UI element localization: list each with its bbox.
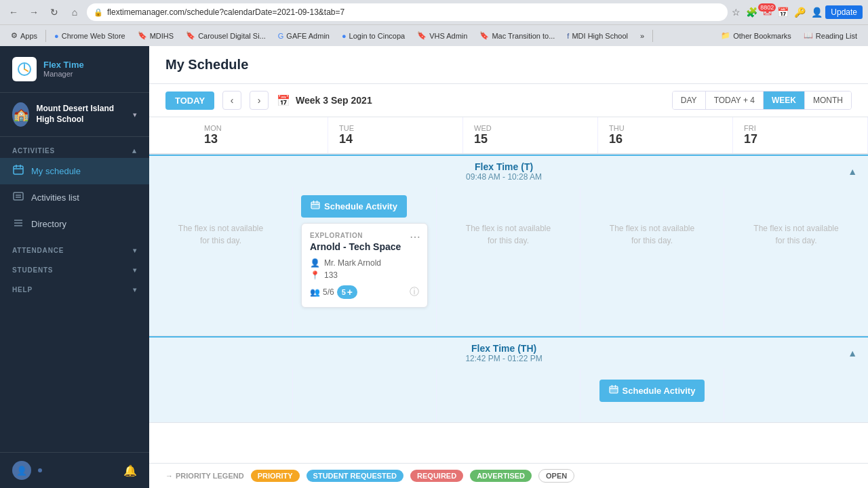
view-day-button[interactable]: DAY [673,92,706,109]
home-button[interactable]: ⌂ [66,4,83,20]
bookmark-otherbookmarks-label: Other Bookmarks [733,32,791,40]
bookmark-mdihs-label: MDIHS [150,32,174,40]
bookmark-readinglist[interactable]: 📖 Reading List [798,29,863,42]
flex-time-t-title: Flex Time (T) [160,161,848,172]
bookmarks-bar: ⚙ Apps ● Chrome Web Store 🔖 MDIHS 🔖 Caro… [0,24,868,46]
view-month-button[interactable]: MONTH [805,92,851,109]
refresh-button[interactable]: ↻ [46,4,62,20]
schedule-activity-button-thu[interactable]: Schedule Activity [599,380,705,402]
flex-t-fri-cell: The flex is not availablefor this day. [724,187,868,336]
bookmark-cincopa-label: Login to Cincopa [349,32,406,40]
bookmark-separator-1 [45,30,46,42]
info-icon[interactable]: ⓘ [410,286,419,298]
back-button[interactable]: ← [5,4,22,20]
browser-actions: ☆ 🧩 ✉ 8802 📅 🔑 👤 Update [732,5,863,19]
bookmark-vhs[interactable]: 🔖 VHS Admin [412,29,473,42]
priority-legend: → PRIORITY LEGEND PRIORITY STUDENT REQUE… [149,463,868,488]
flex-time-th-header[interactable]: Flex Time (TH) 12:42 PM - 01:22 PM ▲ [149,338,868,369]
svg-rect-7 [14,192,23,200]
sidebar-item-my-schedule[interactable]: My schedule [0,158,149,184]
bookmark-gafe[interactable]: G GAFE Admin [273,30,335,42]
gafe-icon: G [278,32,284,40]
flextime-logo-svg [17,62,32,77]
more-icon: » [640,32,644,40]
sidebar-item-directory[interactable]: Directory [0,211,149,237]
user-info: Mount Desert Island High School [36,104,126,125]
attendance-section[interactable]: ATTENDANCE ▾ [0,237,149,257]
flex-t-wed-cell: The flex is not availablefor this day. [437,187,580,336]
bookmark-carousel-label: Carousel Digital Si... [198,32,266,40]
bookmark-gafe-label: GAFE Admin [286,32,330,40]
students-section[interactable]: STUDENTS ▾ [0,257,149,277]
flex-time-th-block: Flex Time (TH) 12:42 PM - 01:22 PM ▲ [149,336,868,423]
day-header-tue: TUE 14 [328,117,463,153]
card-more-button[interactable]: ⋯ [410,230,420,243]
bookmark-carousel[interactable]: 🔖 Carousel Digital Si... [180,29,271,42]
bookmark-vhs-label: VHS Admin [429,32,467,40]
bookmark-cincopa[interactable]: ● Login to Cincopa [336,30,410,42]
gmail-icon[interactable]: ✉ 8802 [763,6,772,19]
svg-rect-3 [14,166,23,174]
today-button[interactable]: TODAY [165,92,214,110]
days-header: MON 13 TUE 14 WED 15 THU 16 FRI 17 [149,117,868,155]
status-dot [38,468,42,472]
notification-bell-icon[interactable]: 🔔 [123,464,137,477]
sidebar-item-activities-list[interactable]: Activities list [0,184,149,211]
extension-icon[interactable]: 🧩 [746,7,757,18]
bookmark-cwstore-label: Chrome Web Store [62,32,125,40]
forward-button[interactable]: → [26,4,42,20]
bottom-avatar: 👤 [12,461,31,480]
bookmark-mdihigh[interactable]: f MDI High School [561,30,633,42]
next-week-button[interactable]: › [250,91,269,110]
prev-week-button[interactable]: ‹ [222,91,241,110]
address-bar[interactable]: 🔒 flextimemanager.com/schedule?calendarD… [87,3,728,21]
activities-collapse-icon[interactable]: ▴ [132,146,137,155]
star-icon[interactable]: ☆ [732,7,741,18]
flex-th-collapse-icon: ▲ [848,348,857,359]
schedule-activity-thu-label: Schedule Activity [623,386,696,396]
schedule-btn-icon [311,201,320,212]
activity-teacher: Mr. Mark Arnold [324,258,381,268]
flex-time-t-row: The flex is not availablefor this day. S… [149,187,868,336]
view-week-button[interactable]: WEEK [764,92,805,109]
bookmark-otherbookmarks[interactable]: 📁 Other Bookmarks [715,29,797,42]
bookmark-apps-label: Apps [20,32,37,40]
bookmark-mac[interactable]: 🔖 Mac Transition to... [474,29,560,42]
sidebar-user-menu[interactable]: 🏫 Mount Desert Island High School ▾ [0,93,149,137]
flex-t-wed-unavailable: The flex is not availablefor this day. [466,222,551,247]
bookmark-apps[interactable]: ⚙ Apps [5,29,43,42]
sidebar-logo: Flex Time Manager [0,46,149,93]
schedule-activity-button-tue[interactable]: Schedule Activity [301,195,407,218]
vhs-icon: 🔖 [417,31,427,40]
legend-open-badge: OPEN [538,469,574,483]
flex-time-t-block: Flex Time (T) 09:48 AM - 10:28 AM ▲ The … [149,155,868,336]
user-profile-icon[interactable]: 👤 [811,7,823,18]
update-button[interactable]: Update [825,5,863,19]
flex-th-mon-cell [149,369,293,422]
waitlist-badge: 5 + [337,285,357,299]
activities-section-label: ACTIVITIES ▴ [0,137,149,158]
bookmark-more[interactable]: » [635,30,650,42]
help-section[interactable]: HELP ▾ [0,277,149,296]
flex-th-fri-cell [724,369,868,422]
bookmark-cwstore[interactable]: ● Chrome Web Store [49,30,131,42]
lastpass-icon[interactable]: 🔑 [794,7,806,18]
logo-mark [12,57,37,81]
flex-time-t-header[interactable]: Flex Time (T) 09:48 AM - 10:28 AM ▲ [149,156,868,187]
activity-card-footer: 👥 5/6 5 + ⓘ [310,285,419,299]
activity-type-label: EXPLORATION [310,232,419,239]
view-today4-button[interactable]: TODAY + 4 [706,92,764,109]
user-chevron-icon: ▾ [133,110,137,119]
bookmark-mdihs[interactable]: 🔖 MDIHS [132,29,179,42]
mac-icon: 🔖 [479,31,489,40]
mdihigh-icon: f [567,32,569,40]
location-icon: 📍 [310,270,320,280]
calendar-extension-icon[interactable]: 📅 [777,7,789,18]
capacity-icon: 👥 [310,287,320,297]
mdihs-icon: 🔖 [138,31,147,40]
my-schedule-icon [12,165,24,178]
priority-legend-label: → PRIORITY LEGEND [165,472,244,480]
calendar-icon: 📅 [277,94,290,107]
arrow-icon: → [165,472,173,480]
day-header-fri: FRI 17 [733,117,868,153]
